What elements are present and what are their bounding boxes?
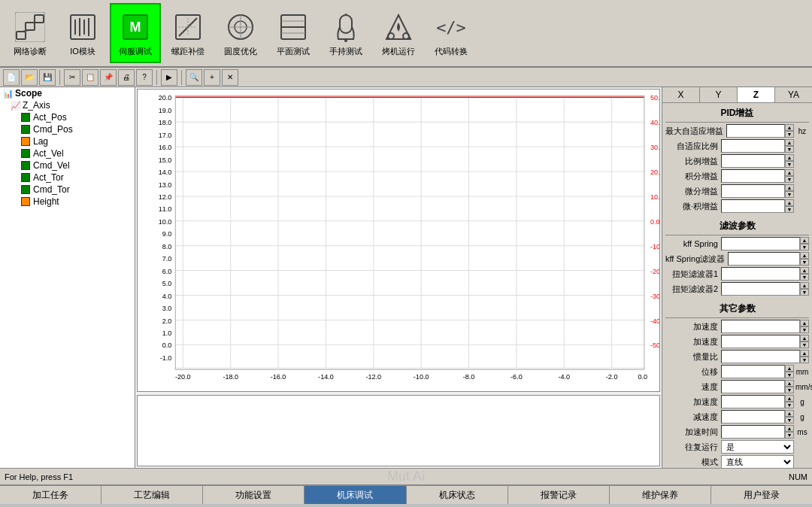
- pid-value-4[interactable]: 100.0: [721, 184, 785, 198]
- motion-spin-up-2[interactable]: ▲: [785, 395, 794, 402]
- toolbar-copy[interactable]: 📋: [82, 69, 98, 86]
- motion-select-6[interactable]: 直线圆弧: [721, 455, 794, 468]
- motion-spin-up-1[interactable]: ▲: [785, 380, 794, 387]
- scope-item-1[interactable]: Cmd_Pos: [0, 123, 135, 135]
- bottom-tab-4[interactable]: 机床状态: [407, 486, 508, 504]
- filter-value-2[interactable]: 0.05: [721, 267, 800, 281]
- other-value-2[interactable]: 0.38: [721, 350, 800, 363]
- toolbar-new[interactable]: 📄: [3, 69, 20, 86]
- tool-opt[interactable]: 圆度优化: [215, 3, 266, 63]
- motion-spin-up-4[interactable]: ▲: [785, 425, 794, 432]
- pid-spin-down-1[interactable]: ▼: [785, 146, 794, 153]
- toolbar-help[interactable]: ?: [136, 69, 153, 86]
- motion-spin-down-4[interactable]: ▼: [785, 432, 794, 439]
- pid-spin-down-4[interactable]: ▼: [785, 191, 794, 198]
- tab-y[interactable]: Y: [700, 87, 738, 102]
- motion-spin-down-1[interactable]: ▼: [785, 387, 794, 393]
- scope-item-0[interactable]: Act_Pos: [0, 111, 135, 123]
- motion-value-1[interactable]: 500: [721, 380, 785, 393]
- scope-item-6[interactable]: Cmd_Tor: [0, 184, 135, 196]
- toolbar-paste[interactable]: 📌: [100, 69, 117, 86]
- bottom-tab-0[interactable]: 加工任务: [0, 486, 102, 504]
- pid-value-0[interactable]: 1.0: [726, 124, 785, 138]
- filter-spin-up-3[interactable]: ▲: [800, 282, 809, 289]
- pid-spin-down-2[interactable]: ▼: [785, 161, 794, 168]
- filter-value-1[interactable]: 568.0: [728, 252, 800, 266]
- tool-machine-run[interactable]: 烤机运行: [373, 3, 424, 63]
- toolbar-cancel[interactable]: ✕: [222, 69, 238, 86]
- pid-value-5[interactable]: 60.0: [721, 199, 785, 213]
- pid-value-1[interactable]: 0.6: [721, 139, 785, 153]
- filter-value-0[interactable]: 5000.0: [721, 237, 800, 250]
- other-spin-down-0[interactable]: ▼: [800, 326, 809, 333]
- filter-spin-up-0[interactable]: ▲: [800, 237, 809, 244]
- filter-spin-up-1[interactable]: ▲: [800, 252, 809, 259]
- toolbar-save[interactable]: 💾: [39, 69, 56, 86]
- tool-comp[interactable]: 螺距补偿: [162, 3, 214, 63]
- tool-network-diag[interactable]: 网络诊断: [5, 3, 56, 63]
- bottom-tab-6[interactable]: 维护保养: [610, 486, 711, 504]
- pid-value-2[interactable]: 80.0: [721, 154, 785, 168]
- other-value-1[interactable]: 4999.47: [721, 335, 800, 348]
- bottom-tab-3[interactable]: 机床调试: [304, 486, 406, 504]
- toolbar-print[interactable]: 🖨: [118, 69, 135, 86]
- motion-spin-up-3[interactable]: ▲: [785, 410, 794, 417]
- tab-z[interactable]: Z: [738, 87, 775, 102]
- scope-item-5[interactable]: Act_Tor: [0, 172, 135, 184]
- motion-spin-down-0[interactable]: ▼: [785, 372, 794, 378]
- filter-spin-up-2[interactable]: ▲: [800, 267, 809, 274]
- motion-value-0[interactable]: 50: [721, 365, 785, 378]
- scope-item-3[interactable]: Act_Vel: [0, 147, 135, 159]
- toolbar-search[interactable]: 🔍: [186, 69, 202, 86]
- toolbar-open[interactable]: 📂: [21, 69, 38, 86]
- motion-select-5[interactable]: 是否: [721, 440, 794, 454]
- filter-spin-down-2[interactable]: ▼: [800, 274, 809, 281]
- motion-spin-up-0[interactable]: ▲: [785, 365, 794, 372]
- motion-value-4[interactable]: 50: [721, 425, 785, 439]
- other-spin-down-1[interactable]: ▼: [800, 342, 809, 348]
- other-spin-up-0[interactable]: ▲: [800, 320, 809, 326]
- filter-spin-down-0[interactable]: ▼: [800, 244, 809, 250]
- pid-spin-up-2[interactable]: ▲: [785, 154, 794, 161]
- tool-pid-tuning[interactable]: M 伺服调试: [110, 3, 161, 63]
- motion-spin-down-2[interactable]: ▼: [785, 402, 794, 408]
- tool-plane-test[interactable]: 平面测试: [268, 3, 319, 63]
- scope-item-7[interactable]: Height: [0, 196, 135, 208]
- pid-spin-up-3[interactable]: ▲: [785, 169, 794, 176]
- motion-value-2[interactable]: 0.2: [721, 395, 785, 408]
- tab-ya[interactable]: YA: [775, 87, 812, 102]
- pid-spin-down-0[interactable]: ▼: [785, 131, 794, 138]
- tool-code-convert[interactable]: </> 代码转换: [426, 3, 477, 63]
- motion-spin-down-3[interactable]: ▼: [785, 417, 794, 424]
- other-value-0[interactable]: 4999.81: [721, 320, 800, 333]
- motion-value-3[interactable]: 0.2: [721, 410, 785, 424]
- bottom-tab-7[interactable]: 用户登录: [711, 486, 812, 504]
- scope-item-4[interactable]: Cmd_Vel: [0, 159, 135, 172]
- filter-input-2: 0.05 ▲ ▼: [721, 267, 809, 281]
- pid-spin-up-5[interactable]: ▲: [785, 199, 794, 206]
- z-axis-node[interactable]: 📈 Z_Axis: [0, 99, 135, 111]
- bottom-tab-2[interactable]: 功能设置: [203, 486, 304, 504]
- toolbar-run[interactable]: ▶: [161, 69, 177, 86]
- scope-item-2[interactable]: Lag: [0, 135, 135, 147]
- filter-spin-down-1[interactable]: ▼: [800, 259, 809, 266]
- pid-value-3[interactable]: 60.0: [721, 169, 785, 183]
- tool-io-module[interactable]: IO模块: [57, 3, 108, 63]
- pid-spin-up-1[interactable]: ▲: [785, 139, 794, 146]
- tab-x[interactable]: X: [662, 87, 700, 102]
- bottom-tab-1[interactable]: 工艺编辑: [102, 486, 203, 504]
- other-spin-up-2[interactable]: ▲: [800, 350, 809, 357]
- pid-spin-up-0[interactable]: ▲: [785, 124, 794, 131]
- bottom-tab-5[interactable]: 报警记录: [508, 486, 610, 504]
- tool-hand-test[interactable]: 手持测试: [320, 3, 371, 63]
- pid-spin-down-3[interactable]: ▼: [785, 176, 794, 183]
- filter-spin-down-3[interactable]: ▼: [800, 289, 809, 296]
- other-spin-up-1[interactable]: ▲: [800, 335, 809, 342]
- toolbar-cut[interactable]: ✂: [64, 69, 80, 86]
- pid-spin-down-5[interactable]: ▼: [785, 206, 794, 213]
- pid-spin-up-4[interactable]: ▲: [785, 184, 794, 191]
- filter-value-3[interactable]: 85.0: [721, 282, 800, 296]
- scope-root[interactable]: 📊 Scope: [0, 87, 135, 99]
- toolbar-zoom-in[interactable]: +: [204, 69, 220, 86]
- other-spin-down-2[interactable]: ▼: [800, 357, 809, 363]
